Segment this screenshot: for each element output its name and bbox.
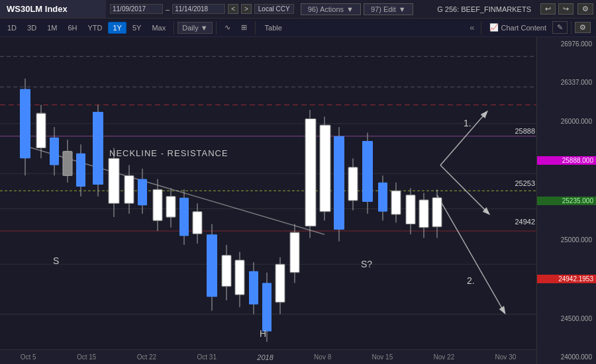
actions-label: 96) Actions — [308, 5, 344, 13]
toolbar-sep-3 — [255, 21, 256, 34]
period-1m-btn[interactable]: 1M — [42, 22, 62, 34]
chart-svg — [0, 37, 536, 364]
price-24500: 24500.000 — [537, 315, 596, 322]
chart-title: WS30LM Index — [0, 0, 106, 18]
chart-icon: 📈 — [489, 23, 499, 32]
toolbar-sep-5 — [571, 21, 571, 34]
svg-rect-75 — [432, 198, 442, 227]
toolbar-sep-2 — [216, 21, 217, 34]
price-axis: 26976.000 26337.000 26000.000 25888.000 … — [536, 37, 596, 364]
date-oct15: Oct 15 — [77, 353, 96, 361]
svg-rect-51 — [262, 283, 272, 332]
period-5y-btn[interactable]: 5Y — [128, 22, 146, 34]
svg-rect-25 — [76, 154, 85, 187]
price-25253-side: 25253 — [515, 179, 535, 187]
date-range-section: – < > Local CCY — [106, 0, 298, 18]
svg-rect-45 — [222, 255, 231, 287]
date-from-input[interactable] — [110, 4, 163, 14]
frequency-dropdown[interactable]: Daily ▼ — [177, 22, 212, 34]
chart-toolbar: 1D 3D 1M 6H YTD 1Y 5Y Max Daily ▼ ∿ ⊞ Ta… — [0, 19, 596, 37]
g256-label: G 256: BEEF_FINMARKETS — [432, 5, 536, 13]
svg-rect-65 — [362, 141, 373, 202]
price-25235: 25235.000 — [537, 197, 596, 205]
bar-type-btn[interactable]: ⊞ — [236, 21, 252, 34]
price-25888-side: 25888 — [515, 127, 535, 135]
date-axis: Oct 5 Oct 15 Oct 22 Oct 31 2018 Nov 8 No… — [0, 349, 536, 364]
price-24942: 24942.1953 — [537, 275, 596, 283]
svg-rect-67 — [378, 183, 387, 212]
date-oct31: Oct 31 — [197, 353, 216, 361]
period-max-btn[interactable]: Max — [147, 22, 170, 34]
chart-content-label: Chart Content — [501, 24, 546, 32]
settings-gear-btn[interactable]: ⚙ — [577, 3, 593, 15]
date-nov8: Nov 8 — [314, 353, 331, 361]
chart-area: NECKLINE - RESISTANCE S H S? 1. 2. 25888… — [0, 37, 596, 364]
svg-rect-57 — [305, 119, 316, 226]
undo-redo-section: ↩ ↪ — [536, 3, 577, 15]
svg-rect-59 — [320, 125, 330, 212]
svg-rect-41 — [193, 212, 202, 234]
price-26976: 26976.000 — [537, 40, 596, 48]
svg-rect-63 — [348, 167, 358, 201]
edit-button[interactable]: 97) Edit ▼ — [364, 3, 413, 15]
redo-btn[interactable]: ↪ — [558, 3, 573, 15]
svg-rect-29 — [109, 158, 119, 203]
svg-rect-17 — [20, 89, 30, 158]
date-nov15: Nov 15 — [372, 353, 393, 361]
undo-btn[interactable]: ↩ — [540, 3, 556, 15]
top-bar: WS30LM Index – < > Local CCY 96) Actions… — [0, 0, 596, 19]
svg-rect-19 — [36, 113, 46, 148]
frequency-label: Daily — [182, 24, 198, 32]
svg-rect-43 — [207, 234, 217, 296]
svg-rect-69 — [391, 191, 401, 214]
svg-rect-61 — [334, 136, 344, 230]
price-25888: 25888.000 — [537, 156, 596, 165]
date-to-input[interactable] — [172, 4, 225, 14]
frequency-dropdown-icon: ▼ — [201, 24, 208, 32]
svg-rect-55 — [290, 232, 299, 273]
svg-rect-35 — [153, 189, 162, 220]
svg-rect-39 — [179, 198, 189, 236]
price-26000: 26000.000 — [537, 118, 596, 125]
table-btn[interactable]: Table — [259, 22, 288, 34]
index-name: WS30LM Index — [7, 4, 68, 14]
svg-rect-47 — [235, 260, 244, 295]
svg-rect-53 — [275, 264, 285, 302]
period-1y-btn[interactable]: 1Y — [108, 22, 126, 34]
price-24000: 24000.000 — [537, 353, 596, 361]
period-3d-btn[interactable]: 3D — [23, 22, 41, 34]
date-oct5: Oct 5 — [21, 353, 36, 361]
svg-rect-27 — [93, 112, 103, 185]
prev-date-btn[interactable]: < — [228, 4, 238, 14]
edit-dropdown-icon: ▼ — [399, 5, 406, 13]
chart-settings-btn[interactable]: ⚙ — [575, 22, 591, 33]
date-nov22: Nov 22 — [434, 353, 455, 361]
collapse-btn[interactable]: « — [467, 23, 477, 32]
chart-content-btn[interactable]: 📈 Chart Content — [485, 21, 551, 34]
line-chart-btn[interactable]: ∿ — [220, 21, 235, 34]
toolbar-sep-1 — [174, 21, 174, 34]
edit-label: 97) Edit — [371, 5, 396, 13]
svg-rect-37 — [166, 197, 175, 217]
svg-rect-31 — [124, 175, 134, 203]
period-1d-btn[interactable]: 1D — [3, 22, 21, 34]
price-24942-side: 24942 — [515, 218, 535, 226]
svg-rect-33 — [138, 179, 147, 206]
edit-chart-btn[interactable]: ✎ — [552, 21, 568, 34]
date-2018: 2018 — [257, 353, 273, 361]
svg-rect-23 — [63, 152, 72, 176]
toolbar-sep-4 — [481, 21, 481, 34]
svg-rect-71 — [406, 195, 415, 224]
svg-rect-49 — [249, 271, 258, 304]
svg-rect-21 — [50, 138, 59, 165]
date-nov30: Nov 30 — [495, 353, 517, 361]
next-date-btn[interactable]: > — [241, 4, 252, 14]
svg-rect-73 — [419, 200, 428, 228]
price-25000: 25000.000 — [537, 236, 596, 244]
period-ytd-btn[interactable]: YTD — [83, 22, 107, 34]
price-26337: 26337.000 — [537, 79, 596, 86]
actions-button[interactable]: 96) Actions ▼ — [301, 3, 361, 15]
date-oct22: Oct 22 — [137, 353, 156, 361]
currency-btn[interactable]: Local CCY — [254, 4, 294, 14]
period-6h-btn[interactable]: 6H — [63, 22, 81, 34]
